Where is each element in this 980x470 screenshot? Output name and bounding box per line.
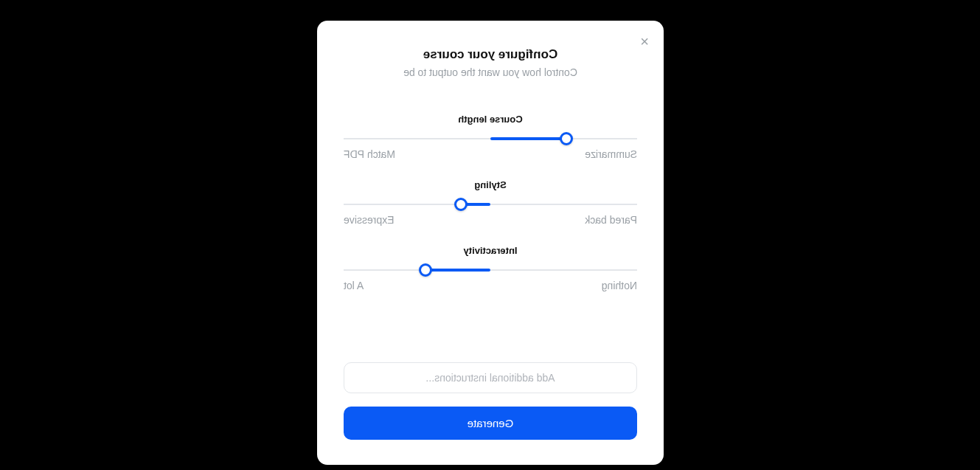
slider-fill [490, 137, 566, 140]
close-icon[interactable]: × [637, 31, 652, 52]
slider-end-left: Nothing [601, 280, 636, 291]
slider-end-right: Match PDF [344, 148, 395, 160]
additional-instructions-input[interactable] [344, 362, 637, 393]
slider-end-right: A lot [344, 280, 364, 291]
generate-button[interactable]: Generate [344, 407, 637, 440]
slider-styling: Styling Pared back Expressive [344, 179, 637, 226]
slider-track[interactable] [344, 198, 637, 211]
slider-label: Course length [344, 114, 637, 125]
modal-header: Configure your course Control how you wa… [344, 47, 637, 78]
slider-label: Interactivity [344, 245, 637, 256]
configure-course-modal: × Configure your course Control how you … [317, 21, 664, 465]
modal-subtitle: Control how you want the output to be [344, 66, 637, 78]
slider-course-length: Course length Summarize Match PDF [344, 114, 637, 160]
slider-end-left: Pared back [585, 214, 637, 226]
slider-fill [425, 269, 490, 272]
modal-title: Configure your course [344, 47, 637, 62]
slider-interactivity: Interactivity Nothing A lot [344, 245, 637, 291]
slider-track[interactable] [344, 263, 637, 277]
slider-thumb[interactable] [560, 132, 573, 145]
slider-label: Styling [344, 179, 637, 190]
slider-track[interactable] [344, 132, 637, 145]
slider-end-left: Summarize [585, 148, 637, 160]
slider-thumb[interactable] [419, 263, 432, 277]
slider-end-right: Expressive [344, 214, 394, 226]
slider-thumb[interactable] [454, 198, 468, 211]
